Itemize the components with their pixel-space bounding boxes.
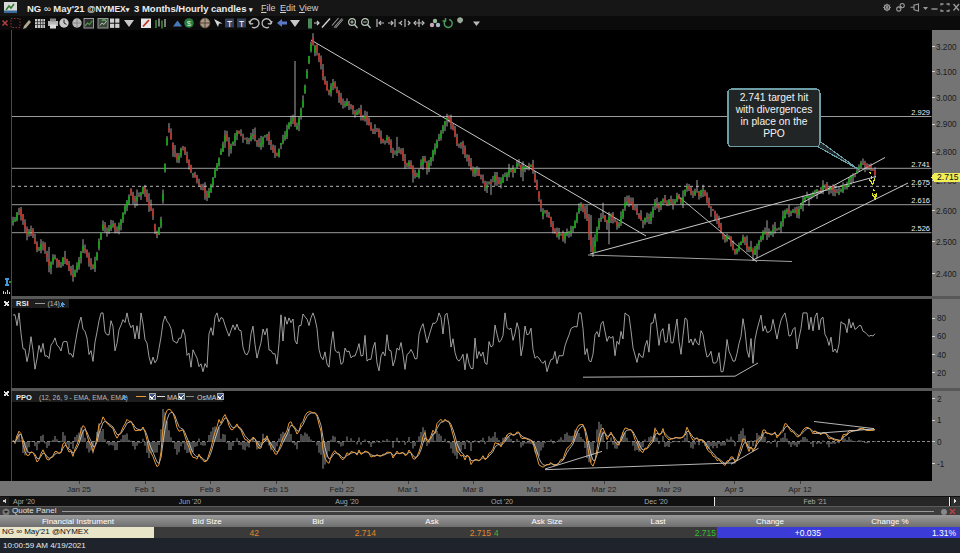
svg-text:PPO: PPO [763, 128, 785, 139]
svg-text:Dec '20: Dec '20 [644, 498, 668, 505]
svg-text:Mar 29: Mar 29 [657, 485, 682, 494]
svg-text:3.200: 3.200 [936, 43, 957, 52]
svg-text:2.675: 2.675 [911, 178, 930, 187]
svg-text:(14): (14) [48, 300, 60, 308]
svg-text:OsMA: OsMA [197, 394, 217, 401]
svg-text:MA: MA [167, 394, 178, 401]
svg-text:80: 80 [937, 314, 947, 323]
svg-text:2.929: 2.929 [911, 108, 930, 117]
svg-text:Feb 22: Feb 22 [330, 485, 355, 494]
svg-text:2.741: 2.741 [911, 160, 930, 169]
svg-text:60: 60 [937, 332, 947, 341]
svg-text:Mar 8: Mar 8 [463, 485, 484, 494]
svg-text:Jan 25: Jan 25 [67, 485, 92, 494]
svg-text:20: 20 [937, 369, 947, 378]
svg-text:2.900: 2.900 [936, 120, 957, 129]
svg-text:Oct '20: Oct '20 [491, 498, 513, 505]
svg-text:2.616: 2.616 [911, 196, 930, 205]
svg-text:2.800: 2.800 [936, 148, 957, 157]
svg-text:(12, 26, 9 - EMA, EMA, EMA): (12, 26, 9 - EMA, EMA, EMA) [39, 394, 128, 402]
svg-text:3.100: 3.100 [936, 68, 957, 77]
svg-text:Feb 1: Feb 1 [135, 485, 156, 494]
svg-text:0: 0 [937, 438, 942, 447]
svg-text:Feb 8: Feb 8 [200, 485, 221, 494]
svg-text:2.526: 2.526 [911, 224, 930, 233]
svg-text:Apr '20: Apr '20 [13, 498, 35, 506]
svg-text:Feb 15: Feb 15 [264, 485, 289, 494]
svg-text:RSI: RSI [16, 299, 29, 308]
svg-text:1: 1 [937, 416, 942, 425]
svg-text:3.000: 3.000 [936, 94, 957, 103]
svg-text:2.400: 2.400 [936, 270, 957, 279]
svg-text:2.741 target hit: 2.741 target hit [740, 92, 809, 103]
svg-text:2.715: 2.715 [937, 172, 959, 182]
svg-text:PPO: PPO [16, 393, 32, 402]
svg-text:Apr 12: Apr 12 [788, 485, 812, 494]
svg-text:T: T [239, 19, 244, 29]
svg-text:40: 40 [937, 351, 947, 360]
svg-text:-1: -1 [937, 460, 945, 469]
svg-text:2: 2 [937, 395, 942, 404]
svg-text:Mar 15: Mar 15 [527, 485, 552, 494]
svg-text:Apr 5: Apr 5 [724, 485, 744, 494]
svg-text:with divergences: with divergences [735, 104, 813, 115]
svg-text:in place on the: in place on the [741, 116, 808, 127]
svg-text:$: $ [187, 19, 192, 28]
svg-text:Jun '20: Jun '20 [179, 498, 201, 505]
svg-text:T: T [227, 19, 232, 29]
svg-text:2.500: 2.500 [936, 238, 957, 247]
svg-text:Mar 1: Mar 1 [398, 485, 419, 494]
svg-text:Aug '20: Aug '20 [335, 498, 359, 506]
svg-text:Feb '21: Feb '21 [803, 498, 826, 505]
svg-text:Mar 22: Mar 22 [592, 485, 617, 494]
svg-text:2.600: 2.600 [936, 207, 957, 216]
